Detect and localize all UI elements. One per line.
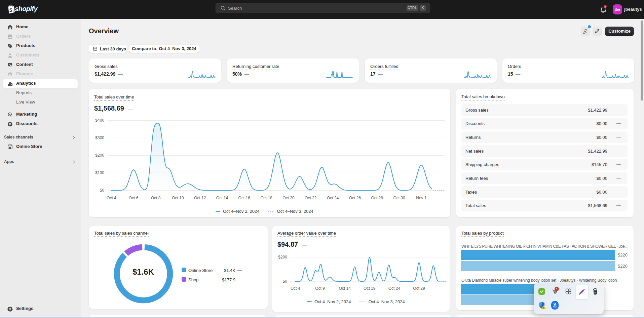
svg-text:S: S <box>9 7 12 13</box>
svg-text:H: H <box>594 291 596 294</box>
